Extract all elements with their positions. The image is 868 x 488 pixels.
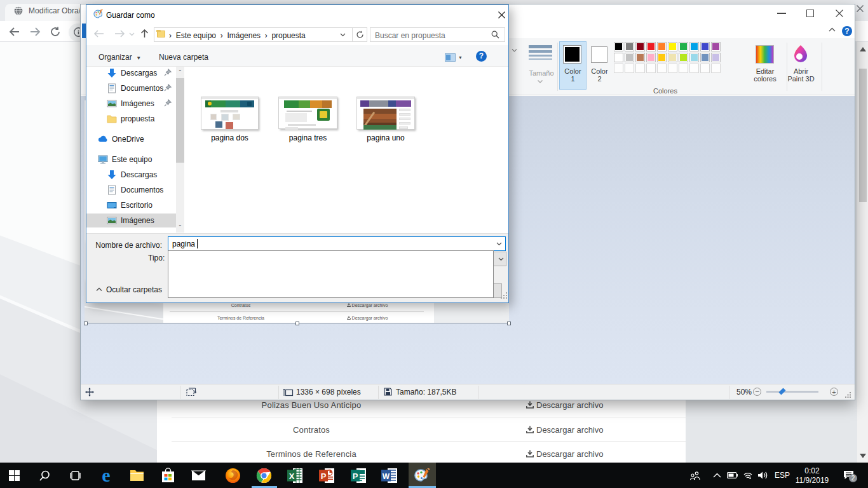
svg-text:P: P: [321, 471, 327, 481]
svg-text:X: X: [289, 471, 295, 481]
svg-text:P: P: [353, 471, 358, 481]
svg-text:W: W: [383, 472, 390, 481]
